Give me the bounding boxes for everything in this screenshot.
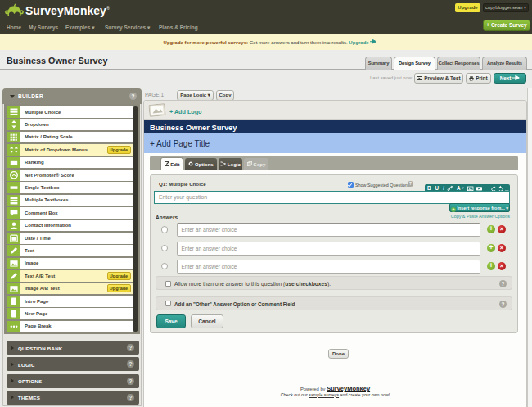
svg-text:B: B	[427, 185, 431, 191]
svg-text:U: U	[435, 185, 440, 191]
svg-text:I: I	[443, 185, 444, 191]
svg-text:A: A	[457, 185, 461, 191]
